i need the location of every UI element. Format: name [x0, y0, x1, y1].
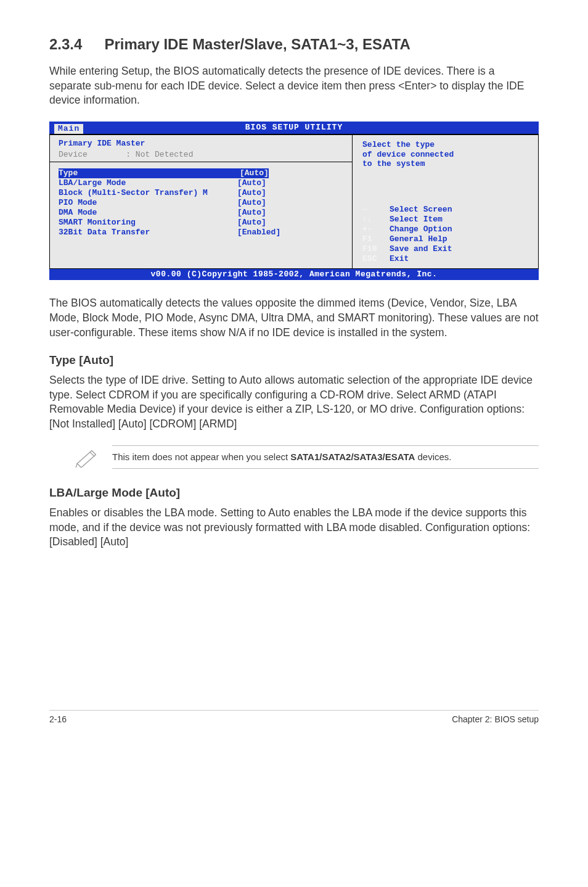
bios-device-row: Device : Not Detected: [59, 150, 343, 160]
bios-key-row: F1General Help: [362, 234, 529, 244]
bios-key-row: +-Change Option: [362, 225, 529, 234]
bios-left-header-title: Primary IDE Master: [59, 139, 343, 149]
bios-option-row: Block (Multi-Sector Transfer) M[Auto]: [59, 188, 343, 198]
bios-device-label: Device: [59, 150, 88, 159]
bios-key-symbol: +-: [362, 225, 390, 234]
bios-option-row: Type[Auto]: [59, 168, 343, 178]
bios-key-row: ↑↓Select Item: [362, 215, 529, 225]
bios-option-label: LBA/Large Mode: [59, 178, 237, 188]
bios-key-symbol: ↑↓: [362, 215, 390, 225]
type-paragraph: Selects the type of IDE drive. Setting t…: [49, 373, 539, 432]
bios-options-list: Type[Auto]LBA/Large Mode[Auto]Block (Mul…: [50, 162, 352, 258]
bios-key-row: F10Save and Exit: [362, 244, 529, 254]
pencil-icon: [74, 447, 100, 468]
bios-option-row: SMART Monitoring[Auto]: [59, 218, 343, 228]
bios-option-label: DMA Mode: [59, 208, 237, 218]
lba-paragraph: Enables or disables the LBA mode. Settin…: [49, 506, 539, 550]
bios-right-pane: Select the type of device connected to t…: [353, 135, 538, 269]
bios-option-value: [Auto]: [237, 208, 266, 218]
section-heading: 2.3.4Primary IDE Master/Slave, SATA1~3, …: [49, 36, 539, 53]
bios-key-row: ↔Select Screen: [362, 205, 529, 215]
bios-setup-figure: BIOS SETUP UTILITY Main Primary IDE Mast…: [49, 122, 539, 280]
intro-paragraph: While entering Setup, the BIOS automatic…: [49, 64, 539, 108]
chapter-label: Chapter 2: BIOS setup: [452, 714, 539, 724]
bios-key-desc: Save and Exit: [390, 244, 452, 254]
bios-title-bar: BIOS SETUP UTILITY Main: [49, 122, 539, 134]
bios-option-row: 32Bit Data Transfer[Enabled]: [59, 228, 343, 237]
bios-help-line: to the system: [362, 159, 529, 169]
page-number: 2-16: [49, 714, 67, 724]
bios-key-desc: Change Option: [390, 225, 452, 234]
bios-option-row: PIO Mode[Auto]: [59, 198, 343, 208]
note-text-suffix: devices.: [415, 452, 451, 462]
bios-key-symbol: F10: [362, 244, 390, 254]
bios-option-value: [Auto]: [239, 168, 269, 178]
bios-option-value: [Auto]: [237, 178, 266, 188]
bios-option-value: [Auto]: [237, 188, 266, 198]
note-text-bold: SATA1/SATA2/SATA3/ESATA: [290, 452, 415, 462]
note-text-prefix: This item does not appear when you selec…: [112, 452, 290, 462]
bios-key-symbol: ESC: [362, 254, 390, 264]
bios-key-desc: Exit: [390, 254, 409, 264]
bios-utility-title: BIOS SETUP UTILITY: [245, 123, 343, 132]
bios-key-desc: Select Item: [390, 215, 443, 225]
bios-device-value: : Not Detected: [126, 150, 193, 159]
bios-option-value: [Enabled]: [237, 228, 280, 237]
bios-option-value: [Auto]: [237, 198, 266, 208]
bios-key-legend: ↔Select Screen↑↓Select Item+-Change Opti…: [362, 205, 529, 263]
bios-option-label: Block (Multi-Sector Transfer) M: [59, 188, 237, 198]
bios-key-row: ESCExit: [362, 254, 529, 264]
bios-key-symbol: F1: [362, 234, 390, 244]
bios-left-pane: Primary IDE Master Device : Not Detected…: [50, 135, 353, 269]
bios-key-symbol: ↔: [362, 205, 390, 215]
bios-option-value: [Auto]: [237, 218, 266, 228]
type-subheading: Type [Auto]: [49, 353, 539, 367]
bios-help-line: Select the type: [362, 140, 529, 150]
note-text: This item does not appear when you selec…: [112, 445, 539, 469]
bios-option-label: SMART Monitoring: [59, 218, 237, 228]
lba-subheading: LBA/Large Mode [Auto]: [49, 486, 539, 500]
bios-body: Primary IDE Master Device : Not Detected…: [49, 134, 539, 270]
after-bios-paragraph: The BIOS automatically detects the value…: [49, 296, 539, 340]
bios-key-desc: Select Screen: [390, 205, 452, 215]
bios-help-text: Select the type of device connected to t…: [362, 140, 529, 170]
bios-option-label: 32Bit Data Transfer: [59, 228, 237, 237]
note-callout: This item does not appear when you selec…: [74, 445, 539, 469]
bios-key-desc: General Help: [390, 234, 447, 244]
bios-option-row: DMA Mode[Auto]: [59, 208, 343, 218]
bios-help-line: of device connected: [362, 150, 529, 160]
bios-left-header: Primary IDE Master Device : Not Detected: [50, 135, 352, 163]
bios-option-row: LBA/Large Mode[Auto]: [59, 178, 343, 188]
bios-copyright-footer: v00.00 (C)Copyright 1985-2002, American …: [49, 269, 539, 280]
page-footer: 2-16 Chapter 2: BIOS setup: [49, 710, 539, 724]
bios-active-tab: Main: [54, 124, 83, 134]
section-title: Primary IDE Master/Slave, SATA1~3, ESATA: [104, 36, 410, 52]
bios-option-label: Type: [59, 168, 239, 178]
bios-option-label: PIO Mode: [59, 198, 237, 208]
section-number: 2.3.4: [49, 36, 82, 53]
